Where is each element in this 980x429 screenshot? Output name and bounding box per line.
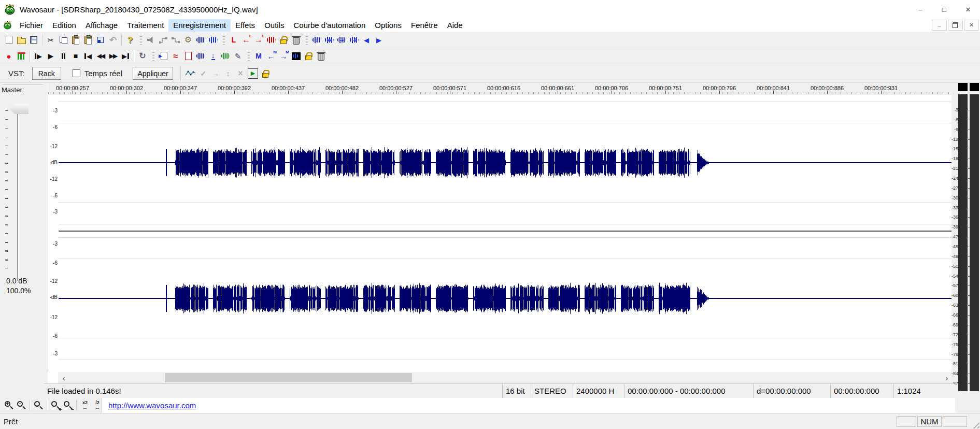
loop-selection-icon[interactable]	[265, 34, 277, 47]
vst-apply-button[interactable]: Appliquer	[133, 67, 173, 80]
previous-marker-icon[interactable]: ←M	[265, 50, 277, 63]
analysis-report-icon[interactable]	[182, 50, 194, 63]
menu-traitement[interactable]: Traitement	[122, 19, 168, 32]
selection-trim-icon[interactable]: ⊣	[348, 34, 360, 47]
child-minimize-button[interactable]: –	[932, 20, 947, 31]
tools-config-icon[interactable]: ⚙	[182, 34, 194, 47]
scroll-right-arrow[interactable]: ›	[941, 372, 953, 383]
go-end-icon[interactable]: ▶	[119, 50, 132, 63]
menu-edition[interactable]: Edition	[48, 19, 81, 32]
lock-markers-icon[interactable]	[302, 50, 315, 63]
menu-options[interactable]: Options	[370, 19, 406, 32]
save-file-icon[interactable]	[27, 34, 40, 47]
zoom-out-icon[interactable]: −	[15, 399, 27, 412]
zoom-vertical-in-icon[interactable]: +	[49, 399, 62, 412]
automation-lock-icon[interactable]	[259, 67, 272, 80]
delete-markers-icon[interactable]	[315, 50, 327, 63]
stop-icon[interactable]: ■	[69, 50, 82, 63]
meter-scale-label: -15	[951, 147, 958, 151]
pause-icon[interactable]	[57, 50, 69, 63]
scroll-left-arrow[interactable]: ‹	[58, 372, 69, 383]
wavosaur-website-link[interactable]: http://www.wavosaur.com	[108, 401, 196, 410]
menu-enregistrement[interactable]: Enregistrement	[168, 19, 231, 32]
marker-selection-icon[interactable]	[290, 50, 302, 63]
close-button[interactable]: ✕	[956, 0, 980, 19]
waveform-zoom-icon[interactable]	[207, 34, 219, 47]
waveform-canvas[interactable]	[59, 94, 953, 372]
draw-tool-icon[interactable]: ✎	[232, 50, 244, 63]
waveform-view-icon[interactable]	[194, 34, 207, 47]
vu-meter-icon[interactable]	[15, 50, 27, 63]
play-selection-end-icon[interactable]: ▶	[373, 34, 385, 47]
zoom-vertical-out-icon[interactable]: −	[62, 399, 74, 412]
waveform-display[interactable]: -3-6-12-dB-12-6-3-3-6-12-dB-12-6-3	[48, 94, 955, 372]
master-slider-handle[interactable]	[9, 104, 29, 114]
menu-affichage[interactable]: Affichage	[81, 19, 122, 32]
delete-loop-icon[interactable]	[290, 34, 302, 47]
go-start-icon[interactable]: ◀	[82, 50, 94, 63]
loop-point-icon[interactable]: L	[228, 34, 240, 47]
menu-outils[interactable]: Outils	[260, 19, 289, 32]
open-file-icon[interactable]	[15, 34, 27, 47]
meter-scale-label: -45	[951, 245, 958, 249]
automation-scale-icon[interactable]: ↕	[222, 67, 234, 80]
normalize-icon[interactable]: ↓	[207, 50, 219, 63]
menu-courbe-d-automation[interactable]: Courbe d'automation	[289, 19, 370, 32]
timeline-ruler[interactable]: 00:00:00:25700:00:00:30200:00:00:34700:0…	[48, 83, 955, 94]
automation-delete-icon[interactable]: ✕	[234, 67, 247, 80]
selection-right-icon[interactable]: ↦	[335, 34, 348, 47]
selection-expand-icon[interactable]: ↕	[310, 34, 323, 47]
automation-curve-icon[interactable]	[184, 67, 197, 80]
cut-icon[interactable]: ✂	[45, 34, 57, 47]
automation-play-icon[interactable]: ▶	[248, 68, 258, 79]
help-icon[interactable]: ?	[124, 34, 136, 47]
paste-icon[interactable]	[69, 34, 82, 47]
copy-icon[interactable]	[57, 34, 69, 47]
automation-apply-icon[interactable]: ✓	[197, 67, 209, 80]
loop-start-icon[interactable]: ←L	[240, 34, 252, 47]
menu-fichier[interactable]: Fichier	[15, 19, 48, 32]
undo-icon[interactable]: ↶	[107, 34, 119, 47]
node-editor-icon[interactable]	[157, 34, 169, 47]
zoom-selection-icon[interactable]: _	[32, 399, 45, 412]
scrollbar-thumb[interactable]	[165, 373, 412, 382]
automation-step-icon[interactable]: →	[209, 67, 222, 80]
vst-rack-button[interactable]: Rack	[32, 67, 61, 80]
record-icon[interactable]: ●	[3, 50, 15, 63]
zoom-in-icon[interactable]: +	[3, 399, 15, 412]
next-marker-icon[interactable]: →M	[277, 50, 290, 63]
zoom-x2-icon[interactable]: x2↔	[79, 399, 91, 412]
loop-playback-icon[interactable]: ↻	[136, 50, 149, 63]
play-from-cursor-icon[interactable]: ▶	[32, 50, 45, 63]
fast-forward-icon[interactable]: ▶▶	[107, 50, 119, 63]
ruler-tick	[827, 91, 828, 94]
marker-icon[interactable]: M	[252, 50, 265, 63]
play-icon[interactable]: ▶	[45, 50, 57, 63]
selection-left-icon[interactable]: ↤	[323, 34, 335, 47]
spectrum-analysis-icon[interactable]: ≈	[169, 50, 182, 63]
child-close-button[interactable]: ✕	[964, 20, 979, 31]
new-file-icon[interactable]	[3, 34, 15, 47]
insert-from-file-icon[interactable]	[157, 50, 169, 63]
monitor-audio-icon[interactable]	[145, 34, 157, 47]
resample-icon[interactable]	[194, 50, 207, 63]
menu-effets[interactable]: Effets	[231, 19, 260, 32]
master-slider-track[interactable]	[17, 106, 19, 281]
loop-end-icon[interactable]: →L	[252, 34, 265, 47]
rewind-icon[interactable]: ◀◀	[94, 50, 107, 63]
child-restore-button[interactable]	[948, 20, 963, 31]
paste-new-icon[interactable]	[94, 34, 107, 47]
menu-fen-tre[interactable]: Fenêtre	[406, 19, 443, 32]
paste-insert-icon[interactable]	[82, 34, 94, 47]
lock-loop-icon[interactable]	[277, 34, 290, 47]
meter-tick	[968, 285, 970, 286]
menu-aide[interactable]: Aide	[443, 19, 467, 32]
realtime-checkbox[interactable]	[73, 69, 80, 77]
statistics-icon[interactable]	[219, 50, 232, 63]
horizontal-scrollbar[interactable]: ‹ ›	[58, 372, 953, 383]
resize-grip[interactable]	[971, 420, 979, 428]
maximize-button[interactable]: □	[932, 0, 956, 19]
play-selection-start-icon[interactable]: ◀	[360, 34, 373, 47]
minimize-button[interactable]: –	[908, 0, 932, 19]
node-editor2-icon[interactable]	[169, 34, 182, 47]
